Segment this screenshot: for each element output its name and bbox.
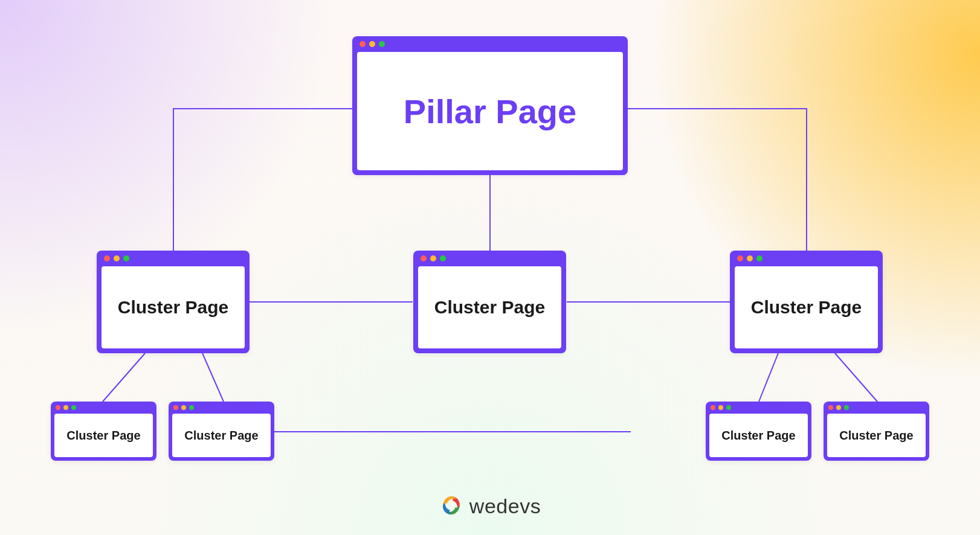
minimize-icon (747, 255, 753, 261)
maximize-icon (189, 405, 194, 410)
brand-logo: wedevs (439, 494, 541, 518)
svg-line-4 (202, 353, 224, 402)
wedevs-logo-icon (439, 494, 463, 518)
maximize-icon (71, 405, 76, 410)
cluster-small-window: Cluster Page (169, 402, 274, 461)
minimize-icon (430, 255, 436, 261)
minimize-icon (369, 41, 375, 47)
window-header (706, 402, 811, 414)
pillar-page-label: Pillar Page (357, 52, 623, 170)
maximize-icon (440, 255, 446, 261)
cluster-mid-window: Cluster Page (730, 251, 883, 353)
maximize-icon (123, 255, 129, 261)
window-header (51, 402, 156, 414)
close-icon (421, 255, 427, 261)
window-header (730, 251, 883, 266)
svg-line-5 (759, 353, 778, 402)
close-icon (828, 405, 833, 410)
window-header (413, 251, 566, 266)
close-icon (737, 255, 743, 261)
cluster-page-label: Cluster Page (827, 414, 926, 457)
cluster-page-label: Cluster Page (709, 414, 808, 457)
minimize-icon (718, 405, 723, 410)
minimize-icon (63, 405, 68, 410)
cluster-page-label: Cluster Page (418, 266, 561, 348)
maximize-icon (756, 255, 762, 261)
close-icon (56, 405, 60, 410)
close-icon (173, 405, 178, 410)
cluster-mid-window: Cluster Page (97, 251, 250, 353)
cluster-small-window: Cluster Page (706, 402, 811, 461)
close-icon (711, 405, 715, 410)
svg-line-3 (103, 353, 145, 402)
cluster-page-label: Cluster Page (102, 266, 245, 348)
cluster-mid-window: Cluster Page (413, 251, 566, 353)
cluster-page-label: Cluster Page (735, 266, 878, 348)
maximize-icon (726, 405, 731, 410)
close-icon (359, 41, 366, 47)
window-header (169, 402, 274, 414)
close-icon (104, 255, 110, 261)
cluster-small-window: Cluster Page (51, 402, 156, 461)
window-header (352, 36, 628, 52)
minimize-icon (114, 255, 120, 261)
minimize-icon (836, 405, 841, 410)
svg-line-6 (835, 353, 877, 402)
cluster-small-window: Cluster Page (824, 402, 929, 461)
maximize-icon (844, 405, 849, 410)
window-header (97, 251, 250, 266)
maximize-icon (379, 41, 385, 47)
pillar-page-window: Pillar Page (352, 36, 628, 175)
brand-name: wedevs (469, 495, 541, 518)
cluster-page-label: Cluster Page (172, 414, 271, 457)
cluster-page-label: Cluster Page (54, 414, 153, 457)
minimize-icon (181, 405, 186, 410)
window-header (824, 402, 929, 414)
